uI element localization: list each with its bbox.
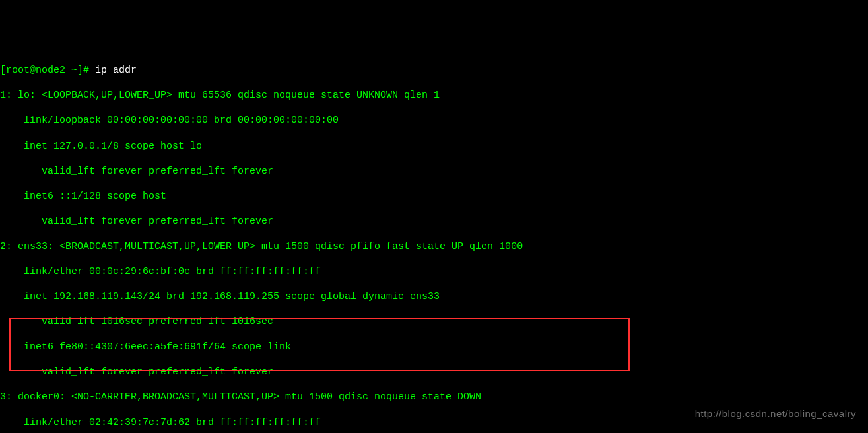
output-line-9: inet 192.168.119.143/24 brd 192.168.119.… (0, 290, 868, 303)
output-line-5: inet6 ::1/128 scope host (0, 190, 868, 203)
prompt-line: [root@node2 ~]# ip addr (0, 64, 868, 77)
output-line-4: valid_lft forever preferred_lft forever (0, 165, 868, 178)
output-line-8: link/ether 00:0c:29:6c:bf:0c brd ff:ff:f… (0, 265, 868, 278)
terminal-output[interactable]: [root@node2 ~]# ip addr 1: lo: <LOOPBACK… (0, 50, 868, 433)
watermark-text: http://blog.csdn.net/boling_cavalry (695, 407, 856, 420)
output-line-6: valid_lft forever preferred_lft forever (0, 215, 868, 228)
output-line-13: 3: docker0: <NO-CARRIER,BROADCAST,MULTIC… (0, 391, 868, 403)
output-line-12: valid_lft forever preferred_lft forever (0, 366, 868, 378)
output-line-2: link/loopback 00:00:00:00:00:00 brd 00:0… (0, 114, 868, 127)
output-line-1: 1: lo: <LOOPBACK,UP,LOWER_UP> mtu 65536 … (0, 89, 868, 102)
output-line-11: inet6 fe80::4307:6eec:a5fe:691f/64 scope… (0, 341, 868, 353)
output-line-10: valid_lft 1016sec preferred_lft 1016sec (0, 316, 868, 328)
output-line-7: 2: ens33: <BROADCAST,MULTICAST,UP,LOWER_… (0, 240, 868, 253)
prompt-user-host: [root@node2 ~]# (0, 65, 95, 76)
output-line-3: inet 127.0.0.1/8 scope host lo (0, 140, 868, 152)
prompt-command: ip addr (95, 65, 137, 76)
